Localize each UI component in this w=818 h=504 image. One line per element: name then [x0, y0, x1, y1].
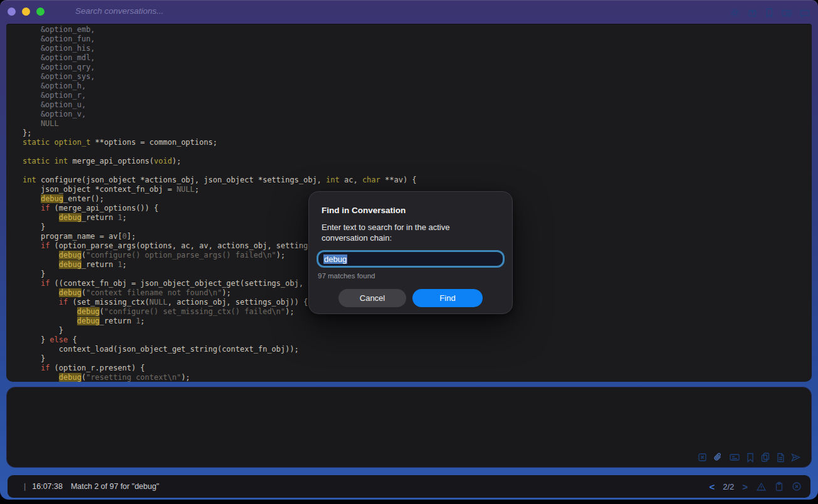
warning-icon[interactable] [756, 482, 767, 491]
find-input[interactable]: debug [317, 250, 505, 268]
status-message: Match 2 of 97 for "debug" [71, 482, 159, 491]
card-icon[interactable] [729, 453, 740, 462]
dialog-title: Find in Conversation [322, 206, 500, 215]
status-cursor: | [24, 482, 26, 491]
app-window: Search conversations... [0, 0, 818, 500]
traffic-lights [8, 8, 45, 16]
dismiss-icon[interactable] [792, 481, 802, 491]
titlebar: Search conversations... [0, 0, 818, 24]
gear-icon[interactable] [730, 8, 740, 18]
find-button[interactable]: Find [412, 289, 483, 307]
bookmark-icon[interactable] [746, 453, 755, 463]
chat-icon[interactable] [799, 8, 810, 18]
paperclip-icon[interactable] [713, 452, 723, 463]
find-input-value: debug [323, 255, 347, 264]
box-x-icon[interactable] [698, 453, 707, 462]
match-counter: 2/2 [723, 482, 734, 491]
minimize-window-button[interactable] [22, 8, 30, 16]
status-bar: | 16:07:38 Match 2 of 97 for "debug" < 2… [8, 475, 810, 498]
display-icon[interactable] [781, 8, 792, 18]
cancel-button[interactable]: Cancel [338, 289, 406, 307]
document-icon[interactable] [776, 453, 785, 463]
clipboard-icon[interactable] [775, 481, 784, 491]
matches-found-label: 97 matches found [318, 272, 503, 280]
prev-match-button[interactable]: < [709, 481, 715, 492]
bookmark-icon[interactable] [765, 8, 774, 18]
next-match-button[interactable]: > [742, 481, 748, 492]
zoom-window-button[interactable] [36, 8, 45, 16]
status-time: 16:07:38 [32, 482, 63, 491]
close-window-button[interactable] [8, 8, 16, 16]
dialog-prompt: Enter text to search for in the active c… [322, 222, 478, 243]
send-icon[interactable] [790, 453, 801, 463]
search-input[interactable]: Search conversations... [75, 6, 164, 16]
find-dialog: Find in Conversation Enter text to searc… [308, 191, 513, 314]
copy-icon[interactable] [760, 452, 770, 463]
composer[interactable] [6, 387, 812, 468]
share-icon[interactable] [747, 8, 758, 18]
